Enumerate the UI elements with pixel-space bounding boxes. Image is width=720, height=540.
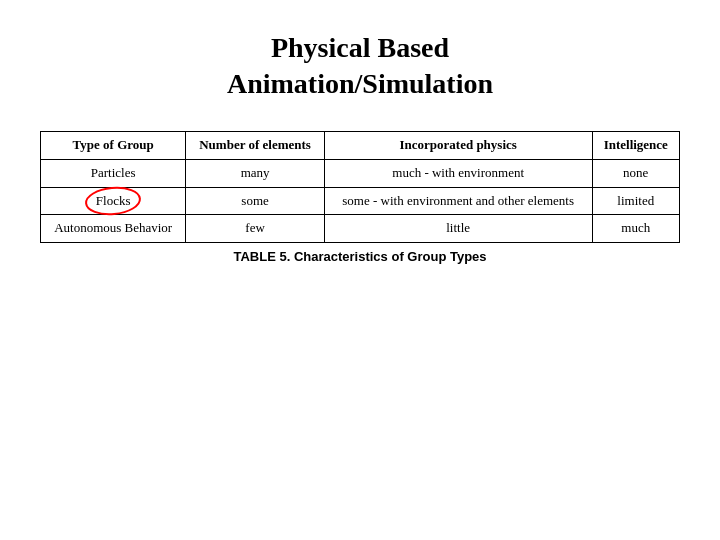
col-header-type: Type of Group	[41, 131, 186, 159]
col-header-physics: Incorporated physics	[324, 131, 592, 159]
flocks-circle-annotation	[84, 186, 142, 216]
col-header-intelligence: Intelligence	[592, 131, 679, 159]
flocks-label: Flocks	[96, 193, 131, 210]
table-wrapper: Type of Group Number of elements Incorpo…	[40, 131, 680, 265]
table-header-row: Type of Group Number of elements Incorpo…	[41, 131, 680, 159]
cell-type-flocks: Flocks	[41, 187, 186, 215]
characteristics-table: Type of Group Number of elements Incorpo…	[40, 131, 680, 244]
cell-intelligence-particles: none	[592, 159, 679, 187]
col-header-number: Number of elements	[186, 131, 324, 159]
cell-intelligence-autonomous: much	[592, 215, 679, 243]
caption-label: TABLE 5.	[233, 249, 290, 264]
cell-type-autonomous: Autonomous Behavior	[41, 215, 186, 243]
svg-point-0	[85, 186, 141, 216]
page-title: Physical Based Animation/Simulation	[227, 30, 493, 103]
table-row: Autonomous Behavior few little much	[41, 215, 680, 243]
table-row: Flocks some some - with environment and …	[41, 187, 680, 215]
table-row: Particles many much - with environment n…	[41, 159, 680, 187]
cell-number-autonomous: few	[186, 215, 324, 243]
caption-text: Characteristics of Group Types	[294, 249, 487, 264]
cell-number-flocks: some	[186, 187, 324, 215]
cell-physics-flocks: some - with environment and other elemen…	[324, 187, 592, 215]
cell-physics-autonomous: little	[324, 215, 592, 243]
cell-type-particles: Particles	[41, 159, 186, 187]
cell-physics-particles: much - with environment	[324, 159, 592, 187]
cell-number-particles: many	[186, 159, 324, 187]
cell-intelligence-flocks: limited	[592, 187, 679, 215]
table-caption: TABLE 5. Characteristics of Group Types	[40, 249, 680, 264]
